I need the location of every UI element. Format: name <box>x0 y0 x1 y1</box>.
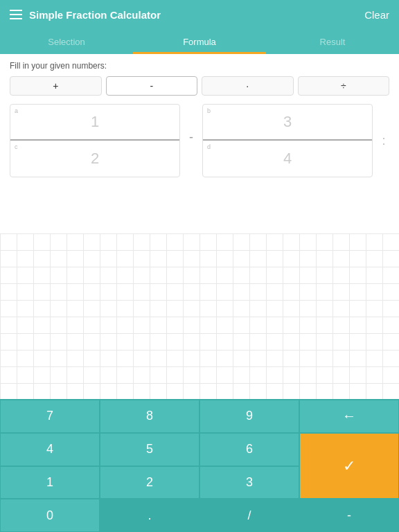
key-backspace[interactable]: ← <box>299 400 399 433</box>
fraction1-denominator[interactable]: c 2 <box>10 141 179 177</box>
key-4[interactable]: 4 <box>0 433 100 466</box>
fraction2-block: b 3 d 4 <box>202 104 373 177</box>
key-3[interactable]: 3 <box>200 466 299 499</box>
key-6[interactable]: 6 <box>200 433 299 466</box>
key-dot[interactable]: . <box>100 499 200 532</box>
op-divide[interactable]: ÷ <box>298 76 390 96</box>
tab-formula[interactable]: Formula <box>133 29 266 54</box>
grid-background <box>0 233 399 399</box>
op-minus[interactable]: - <box>106 76 198 96</box>
key-2[interactable]: 2 <box>100 466 200 499</box>
fill-label: Fill in your given numbers: <box>10 61 389 71</box>
operation-row: + - · ÷ <box>10 76 389 96</box>
op-multiply[interactable]: · <box>202 76 294 96</box>
op-plus[interactable]: + <box>10 76 102 96</box>
backspace-icon: ← <box>342 408 356 424</box>
fraction2-denominator[interactable]: d 4 <box>203 141 372 177</box>
key-5[interactable]: 5 <box>100 433 200 466</box>
tab-bar: Selection Formula Result <box>0 29 399 54</box>
key-8[interactable]: 8 <box>100 400 200 433</box>
key-9[interactable]: 9 <box>200 400 299 433</box>
fraction1-block: a 1 c 2 <box>10 104 180 177</box>
tab-result[interactable]: Result <box>266 29 399 54</box>
checkmark-icon: ✓ <box>343 457 355 475</box>
app-header: Simple Fraction Calculator Clear <box>0 0 399 29</box>
app-title: Simple Fraction Calculator <box>29 9 161 21</box>
key-0[interactable]: 0 <box>0 499 100 532</box>
key-confirm[interactable]: ✓ <box>299 433 399 499</box>
key-neg[interactable]: - <box>299 499 399 532</box>
numpad: 7 8 9 ← 4 5 6 ✓ 1 2 3 0 . / - <box>0 399 399 532</box>
key-7[interactable]: 7 <box>0 400 100 433</box>
main-content: Fill in your given numbers: + - · ÷ a 1 … <box>0 54 399 233</box>
fraction2-numerator[interactable]: b 3 <box>203 105 372 141</box>
key-slash[interactable]: / <box>200 499 299 532</box>
key-1[interactable]: 1 <box>0 466 100 499</box>
header-left: Simple Fraction Calculator <box>10 9 161 21</box>
tab-selection[interactable]: Selection <box>0 29 133 54</box>
fractions-row: a 1 c 2 - b 3 d 4 : <box>10 104 389 177</box>
colon-separator: : <box>378 134 389 148</box>
menu-icon[interactable] <box>10 10 22 19</box>
fraction1-numerator[interactable]: a 1 <box>10 105 179 141</box>
operator-symbol: - <box>186 130 197 145</box>
clear-button[interactable]: Clear <box>364 9 389 21</box>
